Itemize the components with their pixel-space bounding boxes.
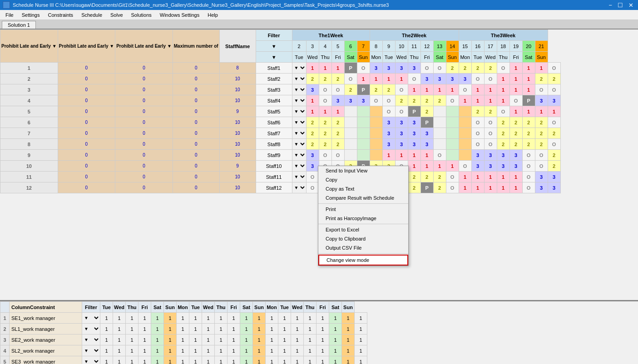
cell-1-7[interactable]: 3 [395,63,408,74]
cell-9-18[interactable]: O [535,150,548,161]
cell-4-0[interactable]: 1 [306,95,319,106]
cell-1-1[interactable]: 1 [319,63,331,74]
cell-1-0[interactable]: 1 [306,63,319,74]
filter-7[interactable]: ▼ [292,128,306,139]
cell-7-15[interactable]: 2 [497,128,509,139]
cell-11-12[interactable]: 1 [459,172,471,182]
cell-2-15[interactable]: 1 [497,74,509,84]
cell-6-11[interactable] [446,117,459,128]
filter-11[interactable]: ▼ [292,172,306,182]
menu-copy[interactable]: Copy [318,175,408,184]
cell-10-14[interactable]: 3 [484,161,497,172]
cell-6-19[interactable]: O [548,117,560,128]
cell-11-17[interactable]: O [522,172,535,182]
cell-6-12[interactable] [459,117,471,128]
cell-3-10[interactable]: 1 [433,84,446,95]
cell-2-8[interactable]: O [408,74,420,84]
cell-6-17[interactable]: 2 [522,117,535,128]
cell-3-12[interactable]: O [459,84,471,95]
cell-6-3[interactable] [344,117,357,128]
cell-4-15[interactable]: 1 [497,95,509,106]
cell-4-1[interactable]: O [319,95,331,106]
cell-7-7[interactable]: 3 [395,128,408,139]
cell-2-10[interactable]: 3 [433,74,446,84]
filter-9[interactable]: ▼ [292,150,306,161]
cell-1-13[interactable]: 2 [471,63,484,74]
cell-3-18[interactable]: O [535,84,548,95]
cell-9-13[interactable]: 3 [471,150,484,161]
cell-7-11[interactable] [446,128,459,139]
cell-3-0[interactable]: 3 [306,84,319,95]
cell-6-2[interactable]: 2 [331,117,344,128]
cell-12-10[interactable]: 2 [433,182,446,193]
cell-2-19[interactable]: 2 [548,74,560,84]
cell-12-19[interactable]: 3 [548,182,560,193]
cell-2-4[interactable]: 1 [357,74,370,84]
cell-3-8[interactable]: 1 [408,84,420,95]
cell-7-5[interactable] [370,128,382,139]
cell-8-1[interactable]: 2 [319,139,331,150]
lower-filter-2[interactable]: ▼ [82,324,100,334]
menu-print-hardcopy[interactable]: Print as HarcopyImage [318,214,408,223]
cell-8-10[interactable] [433,139,446,150]
cell-4-8[interactable]: 2 [408,95,420,106]
cell-9-17[interactable]: O [522,150,535,161]
close-button[interactable]: ✕ [627,2,635,9]
cell-10-18[interactable]: O [535,161,548,172]
cell-5-6[interactable]: O [382,106,395,117]
cell-8-12[interactable] [459,139,471,150]
cell-8-13[interactable]: O [471,139,484,150]
cell-4-4[interactable]: 3 [357,95,370,106]
cell-2-3[interactable]: O [344,74,357,84]
filter-3[interactable]: ▼ [292,84,306,95]
lower-filter-4[interactable]: ▼ [82,345,100,356]
cell-8-4[interactable] [357,139,370,150]
cell-10-10[interactable]: 1 [433,161,446,172]
cell-1-10[interactable]: O [433,63,446,74]
cell-12-14[interactable]: 1 [484,182,497,193]
lower-filter-1[interactable]: ▼ [82,313,100,324]
cell-7-13[interactable]: O [471,128,484,139]
window-controls[interactable]: − ☐ ✕ [607,2,635,9]
cell-11-9[interactable]: 2 [420,172,433,182]
cell-8-15[interactable]: 2 [497,139,509,150]
cell-8-8[interactable]: 3 [408,139,420,150]
cell-2-13[interactable]: O [471,74,484,84]
cell-2-6[interactable]: 1 [382,74,395,84]
cell-4-17[interactable]: P [522,95,535,106]
filter-1[interactable]: ▼ [292,63,306,74]
cell-11-13[interactable]: 1 [471,172,484,182]
cell-3-1[interactable]: O [319,84,331,95]
cell-3-11[interactable]: 1 [446,84,459,95]
cell-7-2[interactable]: 2 [331,128,344,139]
filter-10[interactable]: ▼ [292,161,306,172]
cell-3-14[interactable]: 1 [484,84,497,95]
menu-copy-clipboard[interactable]: Copy to Clipboard [318,234,408,243]
menu-item-schedule[interactable]: Schedule [78,11,106,19]
cell-6-13[interactable]: O [471,117,484,128]
cell-5-16[interactable]: 1 [509,106,522,117]
cell-6-7[interactable]: 3 [395,117,408,128]
cell-5-19[interactable]: 1 [548,106,560,117]
cell-1-15[interactable]: O [497,63,509,74]
cell-9-8[interactable]: 1 [408,150,420,161]
filter-dropdown-row[interactable]: ▼ [256,52,292,63]
cell-9-14[interactable]: 3 [484,150,497,161]
cell-4-6[interactable]: O [382,95,395,106]
cell-6-16[interactable]: 2 [509,117,522,128]
cell-5-0[interactable]: 1 [306,106,319,117]
menu-change-view-mode[interactable]: Change view mode [318,255,408,266]
cell-3-16[interactable]: 1 [509,84,522,95]
cell-6-5[interactable] [370,117,382,128]
cell-9-5[interactable] [370,150,382,161]
cell-2-5[interactable]: 1 [370,74,382,84]
cell-11-11[interactable]: O [446,172,459,182]
cell-3-19[interactable]: O [548,84,560,95]
cell-12-8[interactable]: 2 [408,182,420,193]
cell-4-3[interactable]: 3 [344,95,357,106]
cell-9-15[interactable]: 3 [497,150,509,161]
cell-9-10[interactable]: O [433,150,446,161]
cell-3-15[interactable]: 1 [497,84,509,95]
menu-copy-text[interactable]: Copy as Text [318,184,408,193]
menu-item-windows-settings[interactable]: Windows Settings [156,11,203,19]
